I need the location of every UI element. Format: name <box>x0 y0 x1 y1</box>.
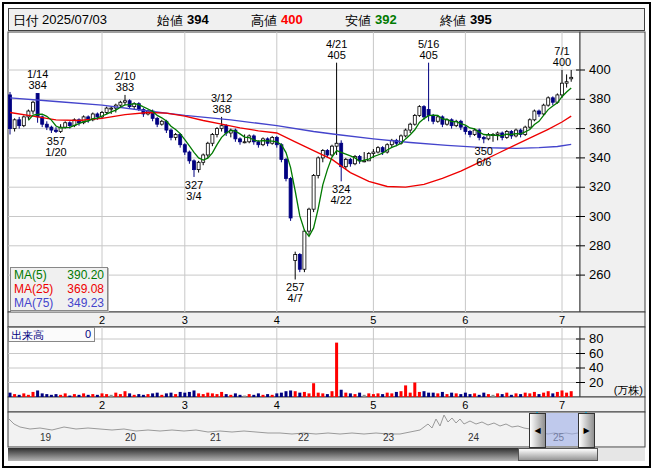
close-value: 395 <box>470 12 492 27</box>
svg-text:20: 20 <box>125 432 137 443</box>
low-label: 安値 <box>345 12 371 30</box>
svg-text:340: 340 <box>589 150 611 165</box>
scrollbar-track-filled[interactable] <box>8 448 518 461</box>
open-label: 始値 <box>157 12 183 30</box>
svg-text:400: 400 <box>553 56 571 68</box>
ma-legend-row: MA(25)369.08 <box>11 282 107 296</box>
date-value: 2025/07/03 <box>42 12 107 27</box>
navigator-left-arrow-button[interactable]: ◀ <box>529 413 546 448</box>
svg-text:5: 5 <box>370 314 376 326</box>
svg-text:280: 280 <box>589 238 611 253</box>
svg-text:405: 405 <box>327 49 345 61</box>
svg-text:360: 360 <box>589 121 611 136</box>
volume-label-box: 出来高 0 <box>8 327 95 342</box>
svg-text:6: 6 <box>462 399 468 411</box>
open-value: 394 <box>187 12 209 27</box>
stock-chart-canvas: 4003803603403203002802602233445566771/14… <box>0 0 653 470</box>
left-arrow-icon: ◀ <box>534 426 540 435</box>
svg-text:7: 7 <box>559 314 565 326</box>
svg-text:383: 383 <box>116 81 134 93</box>
high-label: 高値 <box>251 12 277 30</box>
volume-label: 出来高 <box>11 328 44 343</box>
svg-text:6/6: 6/6 <box>476 156 491 168</box>
svg-text:405: 405 <box>419 49 437 61</box>
svg-text:40: 40 <box>589 360 603 375</box>
svg-text:6: 6 <box>462 314 468 326</box>
right-arrow-icon: ▶ <box>583 426 589 435</box>
ma-legend-row: MA(5)390.20 <box>11 268 107 282</box>
low-value: 392 <box>375 12 397 27</box>
svg-text:(万株): (万株) <box>614 384 643 396</box>
svg-text:320: 320 <box>589 179 611 194</box>
quote-header-bar: 日付 2025/07/03 始値 394 高値 400 安値 392 終値 39… <box>8 8 645 31</box>
svg-text:7: 7 <box>559 399 565 411</box>
navigator-right-arrow-button[interactable]: ▶ <box>578 413 595 448</box>
svg-text:23: 23 <box>383 432 395 443</box>
date-label: 日付 <box>13 12 39 30</box>
svg-text:21: 21 <box>210 432 222 443</box>
svg-text:3: 3 <box>182 314 188 326</box>
volume-value: 0 <box>85 328 91 340</box>
svg-text:19: 19 <box>40 432 52 443</box>
ma-legend-row: MA(75)349.23 <box>11 296 107 310</box>
svg-text:80: 80 <box>589 331 603 346</box>
svg-text:4/22: 4/22 <box>330 194 351 206</box>
svg-text:4/7: 4/7 <box>288 292 303 304</box>
svg-text:300: 300 <box>589 209 611 224</box>
svg-text:2: 2 <box>99 399 105 411</box>
svg-text:1/20: 1/20 <box>45 146 66 158</box>
stock-chart-app: 4003803603403203002802602233445566771/14… <box>0 0 653 470</box>
svg-text:368: 368 <box>212 103 230 115</box>
svg-text:3/4: 3/4 <box>186 190 201 202</box>
svg-text:60: 60 <box>589 346 603 361</box>
svg-text:380: 380 <box>589 91 611 106</box>
svg-text:5: 5 <box>370 399 376 411</box>
svg-text:260: 260 <box>589 267 611 282</box>
close-label: 終値 <box>440 12 466 30</box>
svg-text:20: 20 <box>589 375 603 390</box>
svg-text:2: 2 <box>99 314 105 326</box>
svg-text:3: 3 <box>182 399 188 411</box>
svg-text:22: 22 <box>298 432 310 443</box>
moving-average-legend: MA(5)390.20MA(25)369.08MA(75)349.23 <box>10 267 108 311</box>
svg-text:24: 24 <box>468 432 480 443</box>
horizontal-scrollbar[interactable] <box>8 448 645 461</box>
high-value: 400 <box>281 12 303 27</box>
svg-text:400: 400 <box>589 62 611 77</box>
svg-text:4: 4 <box>274 399 280 411</box>
scrollbar-thumb[interactable] <box>518 448 598 461</box>
svg-text:384: 384 <box>28 79 46 91</box>
svg-text:4: 4 <box>274 314 280 326</box>
